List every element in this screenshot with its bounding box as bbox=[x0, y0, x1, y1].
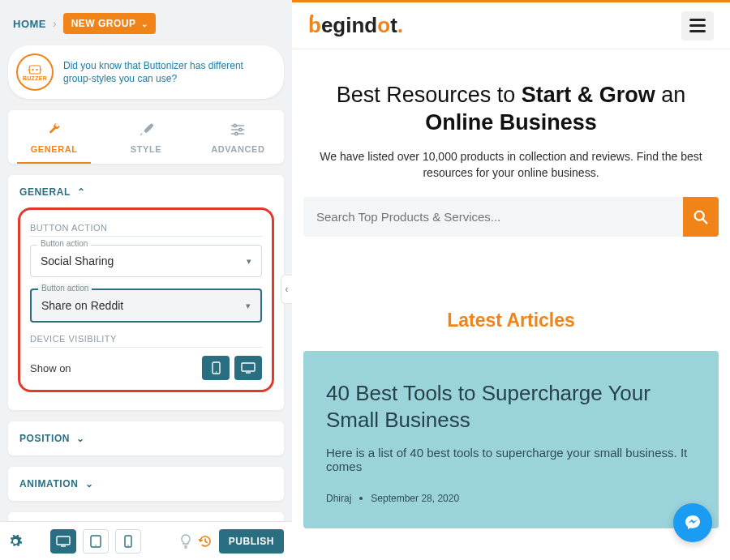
hero-text: an bbox=[655, 83, 686, 107]
mobile-icon bbox=[124, 535, 132, 548]
tablet-icon bbox=[90, 535, 101, 548]
hero-subtitle: We have listed over 10,000 products in c… bbox=[313, 148, 709, 182]
hero: Best Resources to Start & Grow an Online… bbox=[292, 49, 730, 181]
hero-text: Best Resources to bbox=[337, 83, 522, 107]
chevron-up-icon: ⌃ bbox=[77, 186, 86, 198]
preview-mobile-button[interactable] bbox=[115, 529, 141, 554]
toggle-mobile[interactable] bbox=[202, 356, 230, 380]
svg-point-8 bbox=[234, 124, 236, 126]
hamburger-icon bbox=[689, 24, 706, 27]
button-action-type-select[interactable]: Button action Social Sharing ▾ bbox=[30, 245, 262, 277]
preview-tablet-button[interactable] bbox=[83, 529, 109, 554]
search-icon bbox=[692, 208, 710, 226]
article-card[interactable]: 40 Best Tools to Supercharge Your Small … bbox=[303, 351, 719, 528]
history-icon bbox=[198, 534, 213, 549]
toggle-desktop[interactable] bbox=[234, 356, 262, 380]
mobile-icon bbox=[212, 361, 221, 374]
messenger-fab[interactable] bbox=[673, 503, 712, 542]
chevron-left-icon: ‹ bbox=[286, 284, 289, 295]
panel-label: LABEL ⌄ bbox=[8, 512, 284, 521]
robot-icon bbox=[27, 64, 43, 75]
logo-dot: . bbox=[397, 13, 403, 38]
show-on-label: Show on bbox=[30, 362, 71, 374]
svg-point-10 bbox=[235, 132, 238, 135]
button-action-value-select[interactable]: Button action Share on Reddit ▾ bbox=[30, 289, 262, 323]
logo-part: egind bbox=[321, 13, 377, 38]
tab-general-label: GENERAL bbox=[31, 144, 78, 154]
site-header: • b egindot. bbox=[292, 2, 730, 49]
logo-part: t bbox=[390, 13, 397, 38]
breadcrumb: HOME › NEW GROUP ⌄ bbox=[8, 10, 284, 37]
dropdown-caret-icon: ▾ bbox=[246, 301, 251, 311]
site-logo[interactable]: • b egindot. bbox=[308, 13, 403, 38]
chevron-right-icon: › bbox=[53, 17, 57, 30]
article-title: 40 Best Tools to Supercharge Your Small … bbox=[326, 380, 696, 433]
tip-card[interactable]: BUZZER Did you know that Buttonizer has … bbox=[8, 45, 284, 99]
lightbulb-icon bbox=[180, 534, 191, 549]
tab-general[interactable]: GENERAL bbox=[8, 110, 100, 164]
publish-button[interactable]: PUBLISH bbox=[219, 529, 284, 554]
preview-desktop-button[interactable] bbox=[50, 529, 76, 554]
svg-point-1 bbox=[32, 68, 33, 70]
revert-button[interactable] bbox=[198, 534, 213, 549]
buzzer-label: BUZZER bbox=[23, 75, 47, 81]
divider bbox=[30, 236, 262, 237]
panel-position-title: POSITION bbox=[19, 433, 70, 444]
hero-bold: Start & Grow bbox=[522, 83, 655, 107]
breadcrumb-home[interactable]: HOME bbox=[13, 18, 46, 30]
device-toggle-group bbox=[202, 356, 262, 380]
svg-point-12 bbox=[215, 371, 217, 373]
svg-rect-15 bbox=[57, 536, 70, 545]
sidebar-scroll: HOME › NEW GROUP ⌄ BUZZER Did you know t… bbox=[0, 0, 292, 521]
editor-tabs: GENERAL STYLE ADVANCED bbox=[8, 110, 284, 164]
button-action-label: BUTTON ACTION bbox=[30, 223, 262, 233]
svg-point-20 bbox=[127, 545, 128, 545]
hamburger-icon bbox=[689, 30, 706, 32]
panel-animation-header[interactable]: ANIMATION ⌄ bbox=[8, 467, 284, 501]
show-on-row: Show on bbox=[30, 356, 262, 380]
dropdown-caret-icon: ▾ bbox=[247, 256, 251, 267]
settings-button[interactable] bbox=[8, 534, 26, 549]
article-meta: Dhiraj September 28, 2020 bbox=[326, 493, 696, 504]
tab-advanced-label: ADVANCED bbox=[211, 144, 264, 154]
chevron-down-icon: ⌄ bbox=[85, 478, 94, 489]
latest-articles-heading: Latest Articles bbox=[292, 310, 730, 331]
panel-position: POSITION ⌄ bbox=[8, 421, 284, 455]
breadcrumb-current-label: NEW GROUP bbox=[71, 18, 136, 29]
brush-icon bbox=[138, 122, 154, 138]
breadcrumb-current-dropdown[interactable]: NEW GROUP ⌄ bbox=[63, 13, 156, 34]
panel-general: GENERAL ⌃ BUTTON ACTION Button action So… bbox=[8, 175, 284, 410]
gear-icon bbox=[8, 534, 23, 549]
search-input[interactable] bbox=[303, 197, 683, 237]
field-legend: Button action bbox=[38, 284, 92, 293]
svg-rect-13 bbox=[242, 363, 255, 371]
desktop-icon bbox=[241, 362, 256, 374]
wrench-icon bbox=[46, 122, 62, 138]
collapse-sidebar-button[interactable]: ‹ bbox=[281, 275, 292, 304]
panel-general-header[interactable]: GENERAL ⌃ bbox=[8, 175, 284, 209]
svg-point-2 bbox=[36, 68, 37, 70]
tips-button[interactable] bbox=[180, 534, 191, 549]
highlight-outline: BUTTON ACTION Button action Social Shari… bbox=[18, 207, 274, 392]
tab-advanced[interactable]: ADVANCED bbox=[192, 110, 284, 164]
hero-title: Best Resources to Start & Grow an Online… bbox=[313, 82, 709, 137]
svg-line-22 bbox=[703, 219, 707, 223]
chevron-down-icon: ⌄ bbox=[76, 433, 85, 444]
tab-style-label: STYLE bbox=[131, 144, 161, 154]
tab-style[interactable]: STYLE bbox=[100, 110, 191, 164]
desktop-icon bbox=[56, 536, 71, 547]
preview-pane: ‹ • b egindot. Best Resources to Start &… bbox=[292, 0, 730, 560]
article-author: Dhiraj bbox=[326, 493, 351, 504]
editor-bottom-bar: PUBLISH bbox=[0, 521, 292, 560]
buzzer-badge: BUZZER bbox=[16, 53, 54, 91]
hero-bold: Online Business bbox=[425, 110, 597, 135]
panel-general-title: GENERAL bbox=[19, 186, 71, 198]
panel-position-header[interactable]: POSITION ⌄ bbox=[8, 421, 284, 455]
sliders-icon bbox=[230, 122, 246, 138]
panel-label-header[interactable]: LABEL ⌄ bbox=[8, 512, 284, 521]
search-button[interactable] bbox=[683, 197, 719, 237]
menu-button[interactable] bbox=[681, 11, 714, 41]
chevron-down-icon: ⌄ bbox=[141, 19, 148, 28]
svg-point-9 bbox=[239, 128, 242, 130]
dot-separator-icon bbox=[359, 497, 363, 500]
